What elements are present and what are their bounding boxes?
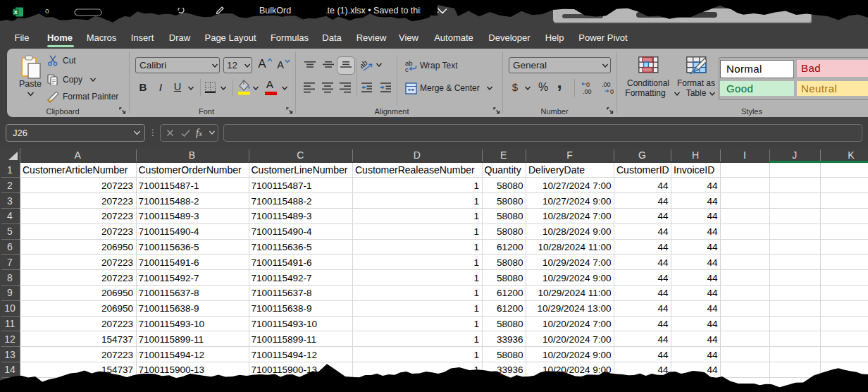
- svg-text:X: X: [14, 9, 18, 16]
